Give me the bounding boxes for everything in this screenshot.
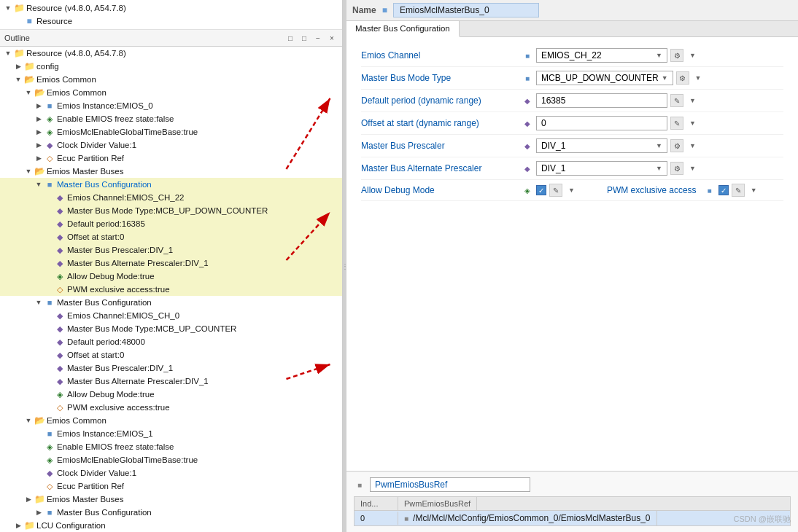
tree-label: Default period:48000 xyxy=(67,337,145,346)
tree-item-master-bus-config-3[interactable]: ▶■Master Bus Configuration xyxy=(0,506,342,519)
bool-icon: ◈ xyxy=(44,114,55,124)
tree-arrow: ▶ xyxy=(23,494,34,504)
tree-item-master-bus-prescaler-1[interactable]: ◆Master Bus Prescaler:DIV_1 xyxy=(0,243,342,257)
tree-item-emios-master-buses-2[interactable]: ▶📁Emios Master Buses xyxy=(0,493,342,506)
tree-item-config[interactable]: ▶📁config xyxy=(0,60,342,73)
tree-item-lcu-config[interactable]: ▶📁LCU Configuration xyxy=(0,519,342,532)
tree-item-allow-debug-mode-1[interactable]: ◈Allow Debug Mode:true xyxy=(0,270,342,283)
action-btn-offset-at-start[interactable]: ✎ xyxy=(670,117,683,130)
tree-item-default-period-1[interactable]: ◆Default period:16385 xyxy=(0,217,342,230)
field-icon-offset-at-start: ◆ xyxy=(522,117,533,129)
tree-item-pwm-exclusive-2[interactable]: ◇PWM exclusive access:true xyxy=(0,401,342,414)
param-icon: ◆ xyxy=(54,337,66,347)
tree-item-emios-channel-2[interactable]: ◆Emios Channel:EMIOS_CH_0 xyxy=(0,309,342,322)
checkbox-allow-debug-mode[interactable]: ✓ xyxy=(536,185,546,195)
action-btn-master-bus-mode-type[interactable]: ⚙ xyxy=(676,71,689,85)
tree-item-emios-master-buses[interactable]: ▼📂Emios Master Buses xyxy=(0,165,342,178)
action-btn-master-bus-alt-prescaler[interactable]: ⚙ xyxy=(670,162,683,175)
tree-arrow xyxy=(44,271,54,281)
folder-icon: 📂 xyxy=(23,74,35,85)
folder-icon: 📁 xyxy=(13,48,25,58)
name-value-box[interactable]: EmiosMclMasterBus_0 xyxy=(393,3,539,17)
outline-icon-1[interactable]: □ xyxy=(284,32,296,44)
tree-item-master-bus-config-2[interactable]: ▼■Master Bus Configuration xyxy=(0,296,342,309)
tree-item-default-period-2[interactable]: ◆Default period:48000 xyxy=(0,335,342,348)
tree-arrow xyxy=(44,284,54,294)
field-control-default-period: ◆ ✎ ▼ xyxy=(522,93,783,108)
action-btn-master-bus-prescaler[interactable]: ⚙ xyxy=(670,139,683,152)
field-label-default-period: Default period (dynamic range) xyxy=(361,95,522,106)
tree-item-enable-emios-2[interactable]: ◈Enable EMIOS freez state:false xyxy=(0,440,342,453)
tree-item-resource-sub[interactable]: ■ Resource xyxy=(0,15,342,28)
tree-item-master-bus-mode-1[interactable]: ◆Master Bus Mode Type:MCB_UP_DOWN_COUNTE… xyxy=(0,204,342,217)
tree-arrow: ▼ xyxy=(23,166,34,176)
tree-item-allow-debug-mode-2[interactable]: ◈Allow Debug Mode:true xyxy=(0,388,342,401)
tree-item-emios-channel-1[interactable]: ◆Emios Channel:EMIOS_CH_22 xyxy=(0,191,342,204)
tree-label: Master Bus Mode Type:MCB_UP_COUNTER xyxy=(67,324,236,333)
tree-item-master-bus-alt-prescaler-2[interactable]: ◆Master Bus Alternate Prescaler:DIV_1 xyxy=(0,375,342,388)
pwm-edit-btn[interactable]: ✎ xyxy=(732,184,745,197)
input-offset-at-start[interactable] xyxy=(536,116,667,130)
tree-arrow xyxy=(44,310,54,321)
tree-item-emios-common-2-root[interactable]: ▼📂Emios Common xyxy=(0,414,342,427)
ref-icon: ◇ xyxy=(54,284,66,294)
tree-item-clock-divider[interactable]: ▶◆Clock Divider Value:1 xyxy=(0,138,342,152)
outline-icon-close[interactable]: × xyxy=(326,32,338,44)
config-icon: ■ xyxy=(44,429,55,439)
tree-item-emios-instance-2[interactable]: ■Emios Instance:EMIOS_1 xyxy=(0,427,342,440)
outline-icon-minus[interactable]: − xyxy=(312,32,324,44)
param-icon: ◆ xyxy=(54,206,66,216)
pwm-ref-input[interactable] xyxy=(370,477,530,492)
tree-item-emios-enable-global-2[interactable]: ◈EmiosMclEnableGlobalTimeBase:true xyxy=(0,453,342,466)
tree-arrow xyxy=(44,363,54,373)
tree-label: Ecuc Partition Ref xyxy=(57,482,124,490)
field-control-master-bus-alt-prescaler: ◆ DIV_1▼ ⚙ ▼ xyxy=(522,161,783,176)
tree-item-resource[interactable]: ▼ 📁 Resource (v4.8.0, A54.7.8) xyxy=(0,1,342,15)
tree-item-offset-start-2[interactable]: ◆Offset at start:0 xyxy=(0,348,342,361)
tree-arrow xyxy=(44,192,54,203)
dropdown-master-bus-alt-prescaler[interactable]: DIV_1▼ xyxy=(536,161,667,176)
tree-item-master-bus-config-1[interactable]: ▼■Master Bus Configuration xyxy=(0,178,342,191)
tree-item-pwm-exclusive-1[interactable]: ◇PWM exclusive access:true xyxy=(0,283,342,296)
dropdown-master-bus-prescaler[interactable]: DIV_1▼ xyxy=(536,138,667,153)
tree-arrow: ▼ xyxy=(34,179,44,189)
tree-arrow xyxy=(44,245,54,255)
tree-label: Master Bus Mode Type:MCB_UP_DOWN_COUNTER xyxy=(67,206,268,215)
tree-item-master-bus-prescaler-2[interactable]: ◆Master Bus Prescaler:DIV_1 xyxy=(0,361,342,375)
tree-arrow: ▶ xyxy=(13,520,23,531)
action-btn-default-period[interactable]: ✎ xyxy=(670,94,683,107)
tree-item-master-bus-alt-prescaler-1[interactable]: ◆Master Bus Alternate Prescaler:DIV_1 xyxy=(0,257,342,270)
tree-item-ecuc-partition[interactable]: ▶◇Ecuc Partition Ref xyxy=(0,152,342,165)
tree-item-emios-enable-global[interactable]: ▶◈EmiosMclEnableGlobalTimeBase:true xyxy=(0,125,342,138)
dropdown-emios-channel[interactable]: EMIOS_CH_22▼ xyxy=(536,48,667,63)
tree-arrow: ▶ xyxy=(13,61,23,71)
dropdown-master-bus-mode-type[interactable]: MCB_UP_DOWN_COUNTER▼ xyxy=(536,71,673,85)
input-default-period[interactable] xyxy=(536,93,667,108)
folder-icon: 📁 xyxy=(13,3,25,13)
bool-icon: ◈ xyxy=(54,271,66,281)
outline-icon-2[interactable]: □ xyxy=(298,32,310,44)
tree-label: Master Bus Prescaler:DIV_1 xyxy=(67,246,173,254)
pwm-checkbox[interactable]: ✓ xyxy=(718,185,729,195)
tab-master-bus-config[interactable]: Master Bus Configuration xyxy=(346,21,460,37)
ref-table-row[interactable]: 0 ■ /Mcl/Mcl/MclConfig/EmiosCommon_0/Emi… xyxy=(355,511,790,525)
action-btn-emios-channel[interactable]: ⚙ xyxy=(670,49,683,62)
tree-label: Clock Divider Value:1 xyxy=(57,141,136,149)
config-row-default-period: Default period (dynamic range) ◆ ✎ ▼ xyxy=(361,90,783,112)
tree-item-ecuc-partition-2[interactable]: ◇Ecuc Partition Ref xyxy=(0,480,342,493)
tree-item-master-bus-mode-2[interactable]: ◆Master Bus Mode Type:MCB_UP_COUNTER xyxy=(0,322,342,335)
watermark: CSDN @嵌联驰 xyxy=(734,514,791,525)
tree-item-emios-common-sub[interactable]: ▼📂Emios Common xyxy=(0,86,342,99)
tree-arrow xyxy=(44,337,54,347)
tree-item-clock-divider-2[interactable]: ◆Clock Divider Value:1 xyxy=(0,466,342,480)
field-label-emios-channel: Emios Channel xyxy=(361,50,522,60)
tree-item-enable-emios[interactable]: ▶◈Enable EMIOS freez state:false xyxy=(0,112,342,125)
tree-item-emios-common-root[interactable]: ▼📂Emios Common xyxy=(0,73,342,86)
action-edit-allow-debug-mode[interactable]: ✎ xyxy=(549,184,562,197)
field-control-master-bus-prescaler: ◆ DIV_1▼ ⚙ ▼ xyxy=(522,138,783,153)
tree-item-resource[interactable]: ▼📁Resource (v4.8.0, A54.7.8) xyxy=(0,47,342,60)
tree-label: Clock Divider Value:1 xyxy=(57,469,136,477)
tree-item-emios-instance[interactable]: ▶■Emios Instance:EMIOS_0 xyxy=(0,99,342,112)
outline-header-icons: □ □ − × xyxy=(284,32,338,44)
tree-item-offset-start-1[interactable]: ◆Offset at start:0 xyxy=(0,230,342,243)
